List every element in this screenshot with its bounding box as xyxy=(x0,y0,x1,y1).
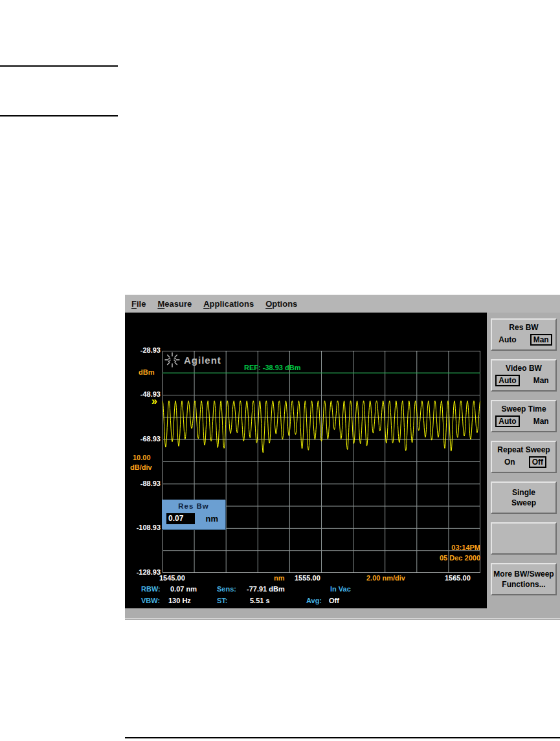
sweep-time-auto-option[interactable]: Auto xyxy=(495,415,519,427)
status-rbw-label: RBW: xyxy=(141,585,161,593)
status-vbw-label: VBW: xyxy=(141,597,160,604)
y-axis-unit: dBm xyxy=(139,368,154,376)
menu-bar: File Measure Applications Options xyxy=(125,294,560,313)
status-avg-value: Off xyxy=(329,597,339,604)
spectrum-plot xyxy=(162,351,480,573)
softkey-repeat-sweep[interactable]: Repeat Sweep On Off xyxy=(491,441,557,473)
softkey-sweep-time[interactable]: Sweep Time Auto Man xyxy=(491,400,557,432)
video-bw-man-option[interactable]: Man xyxy=(530,375,552,386)
x-tick-label: 1565.00 xyxy=(445,574,471,582)
y-tick-label: -108.93 xyxy=(128,524,161,531)
y-scale-value: 10.00 xyxy=(133,454,151,461)
popup-unit-label: nm xyxy=(206,514,219,524)
x-scale-label: 2.00 nm/div xyxy=(366,574,405,582)
y-tick-label: -128.93 xyxy=(128,568,161,576)
x-tick-label: 1545.00 xyxy=(159,574,185,582)
x-tick-label: 1555.00 xyxy=(295,574,320,582)
ref-level-label: REF: -38.93 dBm xyxy=(244,364,300,371)
y-tick-label: -28.93 xyxy=(128,346,161,354)
menu-applications[interactable]: Applications xyxy=(203,299,254,309)
x-axis-unit: nm xyxy=(274,574,285,582)
softkey-res-bw[interactable]: Res BW Auto Man xyxy=(491,318,557,351)
repeat-sweep-on-option[interactable]: On xyxy=(501,456,519,468)
status-avg-label: Avg: xyxy=(306,597,322,604)
document-page: File Measure Applications Options -28.93… xyxy=(0,0,560,741)
brand-name: Agilent xyxy=(184,355,221,366)
trace-level-marker-icon: » xyxy=(151,396,157,406)
header-rule-top xyxy=(0,65,118,67)
analyzer-screen: -28.93 -48.93 -68.93 -88.93 -108.93 -128… xyxy=(125,313,487,608)
res-bw-man-option[interactable]: Man xyxy=(530,334,552,346)
status-st-label: ST: xyxy=(217,597,228,604)
video-bw-auto-option[interactable]: Auto xyxy=(495,375,519,386)
status-vbw-value: 130 Hz xyxy=(168,597,191,604)
y-scale-unit: dB/div xyxy=(130,463,152,471)
y-tick-label: -68.93 xyxy=(128,435,161,443)
softkey-blank[interactable] xyxy=(491,522,557,555)
softkey-video-bw[interactable]: Video BW Auto Man xyxy=(491,359,557,392)
clock-date: 05 Dec 2000 xyxy=(440,553,480,563)
res-bw-popup: Res Bw 0.07 nm xyxy=(162,500,225,529)
res-bw-auto-option[interactable]: Auto xyxy=(495,334,519,346)
y-tick-label: -88.93 xyxy=(128,480,161,487)
status-sens-label: Sens: xyxy=(217,585,236,593)
header-rule-bottom xyxy=(0,115,118,116)
menu-file[interactable]: File xyxy=(131,299,146,309)
agilent-logo: Agilent xyxy=(164,352,221,368)
softkey-panel: Res BW Auto Man Video BW Auto Man xyxy=(487,313,560,608)
sweep-time-man-option[interactable]: Man xyxy=(530,415,552,427)
menu-measure[interactable]: Measure xyxy=(157,299,192,309)
status-rbw-value: 0.07 nm xyxy=(170,585,197,593)
repeat-sweep-off-option[interactable]: Off xyxy=(529,456,546,468)
softkey-more-bw-sweep[interactable]: More BW/Sweep Functions... xyxy=(491,563,557,595)
window-status-bar xyxy=(125,608,560,620)
status-invac-label: In Vac xyxy=(330,585,351,593)
clock-time: 03:14PM xyxy=(440,542,480,553)
softkey-single-sweep[interactable]: Single Sweep xyxy=(491,481,557,514)
res-bw-value-field[interactable]: 0.07 xyxy=(166,513,195,524)
window-body: -28.93 -48.93 -68.93 -88.93 -108.93 -128… xyxy=(125,313,560,608)
clock: 03:14PM 05 Dec 2000 xyxy=(440,542,480,563)
osa-application-window: File Measure Applications Options -28.93… xyxy=(125,294,560,620)
menu-options[interactable]: Options xyxy=(265,299,297,309)
popup-title: Res Bw xyxy=(162,502,225,510)
status-sens-value: -77.91 dBm xyxy=(247,585,285,593)
footer-rule xyxy=(125,737,560,738)
agilent-spark-icon xyxy=(164,352,180,368)
status-st-value: 5.51 s xyxy=(250,597,270,604)
